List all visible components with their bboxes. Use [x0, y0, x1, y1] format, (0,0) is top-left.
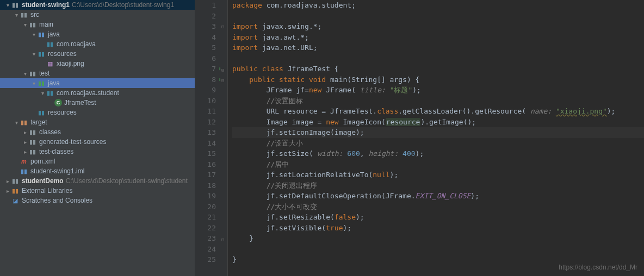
code-line: //设置图标	[232, 96, 644, 106]
package-icon: ▮▮	[46, 40, 54, 48]
module-icon: ▮▮	[11, 177, 20, 185]
chevron-down-icon: ▾	[22, 71, 28, 77]
code-line: jf.setSize( width: 600, height: 400);	[232, 148, 644, 159]
code-line	[232, 11, 644, 22]
chevron-down-icon: ▾	[30, 32, 37, 37]
class-file-icon: C	[54, 99, 62, 106]
tree-scratches[interactable]: ◪ Scratches and Consoles	[0, 196, 195, 205]
image-file-icon: ▦	[46, 59, 54, 68]
tree-gen-test-sources[interactable]: ▸ ▮▮ generated-test-sources	[0, 137, 195, 147]
code-line: import java.awt.*;	[232, 32, 644, 43]
resources-folder-icon: ▮▮	[37, 49, 46, 58]
tree-iml[interactable]: ▮▮ student-swing1.iml	[0, 166, 195, 176]
code-line: URL resource = JframeTest.class.getClass…	[232, 106, 644, 117]
tree-main[interactable]: ▾ ▮▮ main	[0, 20, 195, 29]
tree-project-root[interactable]: ▾ ▮▮ student-swing1 C:\Users\d\Desktop\s…	[0, 0, 195, 10]
code-line: }	[232, 233, 644, 244]
tree-classes[interactable]: ▸ ▮▮ classes	[0, 127, 195, 137]
project-name: student-swing1	[22, 1, 70, 9]
chevron-down-icon: ▾	[39, 90, 46, 96]
code-line: Image image = new ImageIcon(resource).ge…	[232, 117, 644, 128]
tree-target[interactable]: ▾ ▮▮ target	[0, 117, 195, 127]
code-line: jf.setDefaultCloseOperation(JFrame.EXIT_…	[232, 191, 644, 202]
code-line: //居中	[232, 159, 644, 170]
fold-gutter[interactable]: ⊟ ⊟ ⊟ ⊟	[220, 0, 228, 276]
code-line: //大小不可改变	[232, 202, 644, 212]
code-line: jf.setResizable(false);	[232, 212, 644, 223]
chevron-down-icon: ▾	[13, 12, 20, 18]
chevron-right-icon: ▸	[4, 178, 11, 184]
tree-pom[interactable]: m pom.xml	[0, 156, 195, 166]
watermark: https://blog.csdn.net/dd_Mr	[559, 262, 637, 273]
tree-test-classes[interactable]: ▸ ▮▮ test-classes	[0, 147, 195, 156]
fold-marker-icon[interactable]: ⊟	[221, 235, 224, 246]
code-line	[232, 53, 644, 64]
code-line: package com.roadjava.student;	[232, 0, 644, 11]
library-icon: ▮▮	[11, 186, 20, 195]
code-content[interactable]: package com.roadjava.student; import jav…	[228, 0, 644, 276]
code-line-current: jf.setIconImage(image);	[232, 127, 644, 138]
scratch-icon: ◪	[11, 196, 20, 205]
code-line: public class JframeTest {	[232, 64, 644, 74]
code-line: public static void main(String[] args) {	[232, 74, 644, 85]
tree-test[interactable]: ▾ ▮▮ test	[0, 68, 195, 78]
code-line: //设置大小	[232, 138, 644, 149]
source-folder-icon: ▮▮	[37, 30, 46, 39]
chevron-right-icon: ▸	[4, 188, 11, 194]
tree-external-libs[interactable]: ▸ ▮▮ External Libraries	[0, 186, 195, 196]
fold-marker-icon[interactable]: ⊟	[221, 76, 224, 86]
code-line	[232, 244, 644, 255]
target-folder-icon: ▮▮	[20, 118, 28, 127]
code-line: JFrame jf=new JFrame( title: "标题");	[232, 85, 644, 96]
resources-folder-icon: ▮▮	[37, 108, 46, 117]
tree-test-java[interactable]: ▾ ▮▮ java	[0, 78, 195, 88]
code-line: jf.setVisible(true);	[232, 223, 644, 234]
tree-xiaoji-png[interactable]: ▦ xiaoji.png	[0, 59, 195, 68]
module-file-icon: ▮▮	[20, 167, 28, 175]
tree-resources[interactable]: ▾ ▮▮ resources	[0, 49, 195, 59]
maven-file-icon: m	[20, 157, 28, 166]
line-number-gutter: 1 2 3 4 5 6 7▶ 8▶ 9 10 11 12 13 14 15 16…	[195, 0, 220, 276]
tree-test-resources[interactable]: ▮▮ resources	[0, 108, 195, 117]
code-line: import java.net.URL;	[232, 42, 644, 53]
tree-src[interactable]: ▾ ▮▮ src	[0, 10, 195, 20]
folder-icon: ▮▮	[28, 128, 37, 136]
package-icon: ▮▮	[46, 89, 54, 97]
tree-main-java[interactable]: ▾ ▮▮ java	[0, 29, 195, 39]
tree-jframetest[interactable]: C JframeTest	[0, 98, 195, 108]
test-source-folder-icon: ▮▮	[37, 79, 46, 87]
module-icon: ▮▮	[11, 1, 20, 9]
chevron-right-icon: ▸	[22, 139, 28, 145]
tree-test-pkg[interactable]: ▾ ▮▮ com.roadjava.student	[0, 88, 195, 98]
code-line: jf.setLocationRelativeTo(null);	[232, 170, 644, 180]
chevron-down-icon: ▾	[13, 120, 20, 126]
code-editor[interactable]: 1 2 3 4 5 6 7▶ 8▶ 9 10 11 12 13 14 15 16…	[195, 0, 644, 276]
tree-main-pkg[interactable]: ▮▮ com.roadjava	[0, 39, 195, 49]
code-line: import javax.swing.*;	[232, 21, 644, 32]
fold-marker-icon[interactable]: ⊟	[221, 65, 224, 76]
chevron-down-icon: ▾	[22, 22, 28, 28]
folder-icon: ▮▮	[28, 69, 37, 78]
chevron-down-icon: ▾	[4, 2, 11, 8]
chevron-down-icon: ▾	[30, 80, 37, 86]
project-path: C:\Users\d\Desktop\student-swing1	[72, 1, 174, 9]
chevron-right-icon: ▸	[22, 149, 28, 155]
folder-icon: ▮▮	[28, 137, 37, 146]
chevron-down-icon: ▾	[30, 51, 37, 57]
folder-icon: ▮▮	[28, 20, 37, 29]
project-tree[interactable]: ▾ ▮▮ student-swing1 C:\Users\d\Desktop\s…	[0, 0, 195, 276]
chevron-right-icon: ▸	[22, 129, 28, 135]
tree-student-demo[interactable]: ▸ ▮▮ studentDemo C:\Users\d\Desktop\stud…	[0, 176, 195, 186]
folder-icon: ▮▮	[28, 147, 37, 156]
folder-icon: ▮▮	[20, 10, 28, 19]
fold-marker-icon[interactable]: ⊟	[221, 22, 224, 33]
code-line: //关闭退出程序	[232, 180, 644, 191]
